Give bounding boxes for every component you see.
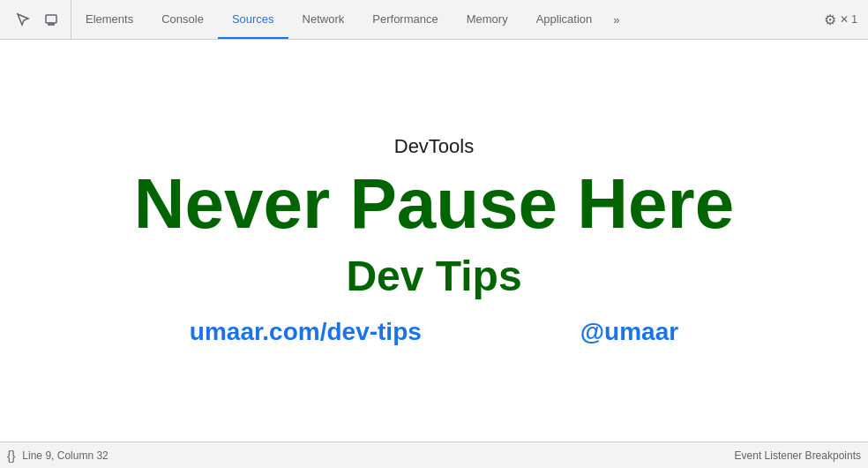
svg-rect-0 [46,15,56,23]
device-toolbar-icon[interactable] [39,7,64,32]
tabs-container: Elements Console Sources Network Perform… [71,0,817,39]
toolbar-right: ⚙ ✕ 1 [817,11,864,28]
section-title: Dev Tips [346,252,521,300]
toolbar-icon-group [4,0,71,39]
more-tabs-button[interactable]: » [606,0,626,39]
cursor-position: Line 9, Column 32 [22,449,108,462]
links-row: umaar.com/dev-tips @umaar [190,318,678,346]
tab-memory[interactable]: Memory [453,0,522,39]
status-bar: {} Line 9, Column 32 Event Listener Brea… [0,442,868,468]
close-devtools-label: ✕ 1 [840,13,857,26]
devtools-toolbar: Elements Console Sources Network Perform… [0,0,868,40]
tab-application[interactable]: Application [522,0,607,39]
main-content: DevTools Never Pause Here Dev Tips umaar… [0,40,868,442]
tab-network[interactable]: Network [288,0,359,39]
subtitle: DevTools [394,135,474,158]
website-link[interactable]: umaar.com/dev-tips [190,318,422,346]
tab-sources[interactable]: Sources [218,0,288,39]
main-title: Never Pause Here [134,165,734,243]
curly-braces-icon: {} [7,449,15,463]
inspect-icon[interactable] [11,7,35,32]
tab-elements[interactable]: Elements [71,0,147,39]
status-bar-left: {} Line 9, Column 32 [7,449,108,463]
twitter-link[interactable]: @umaar [580,318,678,346]
tab-performance[interactable]: Performance [358,0,452,39]
tab-console[interactable]: Console [147,0,218,39]
status-bar-right: Event Listener Breakpoints [735,449,861,462]
breakpoints-label: Event Listener Breakpoints [735,449,861,462]
settings-icon[interactable]: ⚙ [824,11,836,28]
